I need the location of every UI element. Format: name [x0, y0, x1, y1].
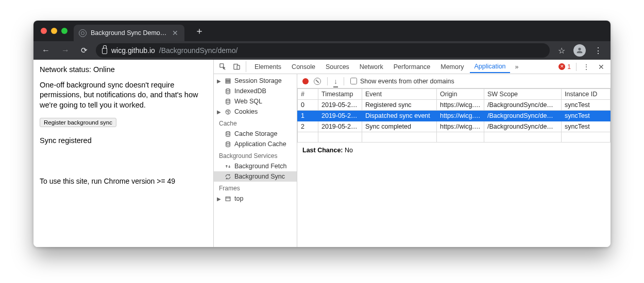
- svg-point-10: [228, 111, 229, 111]
- cell-sw_scope: /BackgroundSync/de…: [484, 121, 562, 132]
- bgsync-toolbar: ↓ Show events from other domains: [297, 74, 611, 89]
- clear-button[interactable]: [314, 78, 321, 85]
- svg-point-7: [226, 99, 230, 100]
- tab-console[interactable]: Console: [287, 61, 319, 73]
- back-button[interactable]: ←: [39, 44, 53, 57]
- cell-sw_scope: /BackgroundSync/de…: [484, 100, 562, 111]
- tab-sources[interactable]: Sources: [321, 61, 353, 73]
- sidebar-item-label: Background Fetch: [234, 163, 286, 170]
- sidebar-item-label: Application Cache: [234, 140, 286, 148]
- transfer-icon: [224, 163, 231, 170]
- tab-elements[interactable]: Elements: [250, 61, 285, 73]
- cell-event: Dispatched sync event: [362, 111, 437, 121]
- events-table: # Timestamp Event Origin SW Scope Instan…: [297, 89, 611, 143]
- svg-point-9: [227, 111, 227, 111]
- col-timestamp[interactable]: Timestamp: [318, 89, 362, 100]
- inspect-element-icon[interactable]: [217, 61, 229, 72]
- svg-point-8: [226, 110, 230, 114]
- sidebar-item-cookies[interactable]: ▶ Cookies: [214, 107, 297, 117]
- sidebar-item-session-storage[interactable]: ▶ Session Storage: [214, 76, 297, 86]
- sidebar-item-cache-storage[interactable]: Cache Storage: [214, 129, 297, 139]
- forward-button[interactable]: →: [58, 44, 73, 57]
- chrome-version-hint: To use this site, run Chrome version >= …: [40, 176, 207, 186]
- cell-origin: https://wicg.…: [437, 111, 484, 121]
- checkbox-input[interactable]: [350, 78, 357, 84]
- sidebar-section-cache: Cache: [214, 117, 297, 129]
- sidebar-item-label: top: [234, 195, 243, 202]
- sidebar-item-background-sync[interactable]: Background Sync: [214, 171, 297, 182]
- network-status-value: Online: [93, 65, 115, 74]
- globe-icon: [79, 29, 87, 37]
- background-sync-view: ↓ Show events from other domains: [297, 74, 611, 247]
- tab-network[interactable]: Network: [355, 61, 387, 73]
- database-icon: [224, 98, 231, 105]
- sidebar-item-web-sql[interactable]: Web SQL: [214, 96, 297, 107]
- device-toolbar-icon[interactable]: [231, 61, 243, 72]
- show-other-domains-checkbox[interactable]: Show events from other domains: [350, 78, 454, 85]
- tab-memory[interactable]: Memory: [436, 61, 468, 73]
- svg-rect-4: [226, 80, 230, 81]
- cell-origin: https://wicg.…: [437, 100, 484, 111]
- sidebar-item-frame-top[interactable]: ▶ top: [214, 193, 297, 204]
- close-tab-icon[interactable]: ✕: [171, 28, 179, 38]
- record-button[interactable]: [302, 78, 309, 84]
- chevron-right-icon: ▶: [217, 78, 221, 84]
- svg-rect-3: [226, 79, 230, 80]
- col-origin[interactable]: Origin: [437, 89, 484, 100]
- save-events-button[interactable]: ↓: [334, 77, 337, 85]
- table-row[interactable]: 22019-05-2…Sync completedhttps://wicg.…/…: [298, 121, 611, 132]
- minimize-window-button[interactable]: [51, 28, 57, 34]
- new-tab-button[interactable]: ＋: [191, 24, 208, 38]
- page-description: One-off background sync doesn't require …: [40, 80, 207, 111]
- tab-performance[interactable]: Performance: [389, 61, 435, 73]
- sidebar-item-indexeddb[interactable]: IndexedDB: [214, 86, 297, 96]
- svg-rect-2: [237, 65, 240, 69]
- cell-idx: 1: [298, 111, 318, 121]
- fullscreen-window-button[interactable]: [61, 28, 67, 34]
- devtools-close-button[interactable]: ✕: [595, 61, 607, 73]
- devtools-menu-button[interactable]: ⋮: [580, 61, 593, 73]
- sidebar-item-background-fetch[interactable]: Background Fetch: [214, 161, 297, 171]
- application-sidebar: ▶ Session Storage IndexedDB Web SQL ▶: [214, 74, 297, 247]
- tab-application[interactable]: Application: [470, 60, 510, 73]
- col-event[interactable]: Event: [362, 89, 437, 100]
- checkbox-label: Show events from other domains: [360, 78, 454, 85]
- svg-point-13: [226, 142, 230, 143]
- bookmark-star-icon[interactable]: ☆: [555, 45, 568, 57]
- database-icon: [224, 131, 231, 137]
- browser-menu-button[interactable]: ⋮: [591, 45, 605, 57]
- cell-idx: 0: [298, 100, 318, 111]
- address-bar[interactable]: wicg.github.io/BackgroundSync/demo/: [96, 43, 550, 58]
- col-index[interactable]: #: [298, 89, 318, 100]
- sidebar-item-label: Web SQL: [234, 98, 262, 105]
- error-count-badge[interactable]: 1: [556, 63, 573, 70]
- table-row[interactable]: 02019-05-2…Registered synchttps://wicg.……: [298, 100, 611, 111]
- cell-instance_id: syncTest: [562, 121, 611, 132]
- sidebar-item-label: Cache Storage: [234, 130, 277, 137]
- sync-icon: [224, 173, 231, 180]
- register-background-sync-button[interactable]: Register background sync: [40, 118, 116, 127]
- sidebar-section-frames: Frames: [214, 182, 297, 193]
- cell-idx: 2: [298, 121, 318, 132]
- cell-origin: https://wicg.…: [437, 121, 484, 132]
- url-host: wicg.github.io: [111, 46, 155, 55]
- network-status: Network status: Online: [40, 65, 207, 75]
- profile-avatar[interactable]: [573, 44, 586, 57]
- frame-icon: [224, 196, 231, 202]
- cell-timestamp: 2019-05-2…: [318, 100, 362, 111]
- col-instance-id[interactable]: Instance ID: [562, 89, 611, 100]
- database-icon: [224, 88, 231, 95]
- last-chance-label: Last Chance:: [302, 147, 343, 154]
- table-row[interactable]: 12019-05-2…Dispatched sync eventhttps://…: [298, 111, 611, 121]
- sidebar-section-background-services: Background Services: [214, 149, 297, 161]
- devtools-panel: Elements Console Sources Network Perform…: [214, 60, 611, 247]
- chevron-right-icon: ▶: [217, 109, 221, 115]
- close-window-button[interactable]: [41, 28, 47, 34]
- reload-button[interactable]: ⟳: [78, 44, 91, 57]
- col-sw-scope[interactable]: SW Scope: [484, 89, 562, 100]
- more-tabs-icon[interactable]: »: [512, 62, 522, 72]
- database-icon: [224, 141, 231, 148]
- browser-tab[interactable]: Background Sync Demonstratic ✕: [74, 25, 184, 41]
- table-header-row: # Timestamp Event Origin SW Scope Instan…: [298, 89, 611, 100]
- sidebar-item-application-cache[interactable]: Application Cache: [214, 139, 297, 149]
